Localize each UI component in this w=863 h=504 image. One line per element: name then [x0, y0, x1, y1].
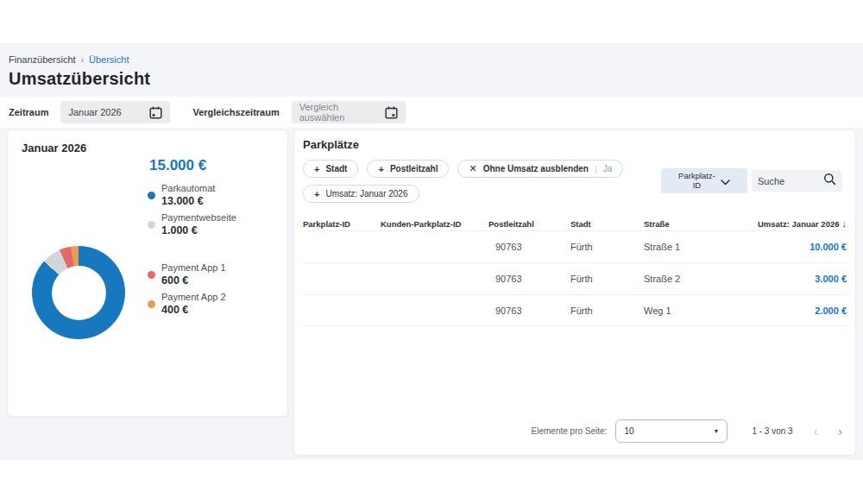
zeitraum-label: Zeitraum	[9, 107, 48, 117]
chip-label: Postleitzahl	[390, 164, 438, 173]
legend-label: Parkautomat	[161, 182, 236, 194]
table-controls: Parkplatz- ID	[661, 168, 842, 193]
dropdown-label-line2: ID	[678, 181, 715, 191]
cell-strasse: Straße 1	[644, 242, 717, 252]
legend-item-parkautomat: Parkautomat 13.000 €	[148, 182, 236, 208]
chip-add-stadt[interactable]: + Stadt	[303, 160, 358, 178]
legend-dot-icon	[148, 271, 155, 279]
chip-label: Umsatz: Januar 2026	[325, 189, 407, 198]
legend-dot-icon	[148, 300, 155, 308]
search-input[interactable]	[758, 176, 820, 186]
previous-page-icon[interactable]: ‹	[814, 425, 818, 438]
parkplaetze-table: Parkplatz-ID Kunden-Parkplatz-ID Postlei…	[303, 217, 847, 326]
cell-strasse: Straße 2	[644, 274, 717, 284]
cell-postleitzahl: 90763	[488, 306, 570, 316]
legend-label: Paymentwebseite	[161, 211, 236, 224]
table-row[interactable]: 90763 Fürth Weg 1 2.000 €	[303, 294, 847, 326]
plus-icon: +	[314, 189, 319, 199]
table-row[interactable]: 90763 Fürth Straße 2 3.000 €	[303, 262, 847, 294]
vergleichszeitraum-label: Vergleichszeitraum	[192, 107, 279, 117]
parkplaetze-title: Parkplätze	[303, 138, 359, 151]
chip-label: Ohne Umsatz ausblenden	[483, 164, 589, 173]
table-row[interactable]: 90763 Fürth Straße 1 10.000 €	[303, 230, 847, 262]
cell-strasse: Weg 1	[644, 306, 717, 316]
plus-icon: +	[378, 164, 383, 174]
plus-icon: +	[314, 164, 319, 174]
page-title: Umsatzübersicht	[9, 69, 854, 89]
sort-desc-icon[interactable]: ↓	[842, 218, 847, 229]
cell-stadt: Fürth	[570, 306, 644, 316]
legend-value: 600 €	[161, 274, 236, 287]
breadcrumb-finanzuebersicht[interactable]: Finanzübersicht	[9, 54, 76, 65]
chip-divider: |	[595, 164, 597, 174]
legend-item-paymentwebseite: Paymentwebseite 1.000 €	[148, 211, 236, 237]
caret-down-icon: ▼	[713, 428, 719, 434]
content-area: Finanzübersicht › Übersicht Umsatzübersi…	[0, 43, 863, 460]
cell-stadt: Fürth	[570, 274, 644, 284]
filter-chips: + Stadt + Postleitzahl ✕ Ohne Umsatz aus…	[303, 160, 665, 203]
close-icon: ✕	[469, 163, 476, 174]
vergleichszeitraum-date-picker[interactable]: Vergleich auswählen	[292, 101, 406, 123]
chip-add-umsatz-zeitraum[interactable]: + Umsatz: Januar 2026	[303, 185, 419, 203]
page-header: Finanzübersicht › Übersicht Umsatzübersi…	[0, 43, 863, 89]
col-header-parkplatz-id[interactable]: Parkplatz-ID	[303, 219, 381, 229]
chip-label: Stadt	[325, 164, 347, 173]
col-header-postleitzahl[interactable]: Postleitzahl	[488, 219, 570, 229]
chip-ohne-umsatz-ausblenden[interactable]: ✕ Ohne Umsatz ausblenden | Ja	[457, 160, 623, 178]
legend-label: Payment App 2	[161, 291, 236, 303]
page-size-value: 10	[624, 426, 633, 436]
cell-postleitzahl: 90763	[488, 242, 570, 252]
dropdown-label-line1: Parkplatz-	[678, 172, 715, 181]
chevron-down-icon	[721, 173, 730, 189]
search-icon	[823, 173, 836, 189]
chip-state-value: Ja	[603, 164, 613, 173]
breadcrumb: Finanzübersicht › Übersicht	[9, 54, 854, 65]
chart-legend: Parkautomat 13.000 € Paymentwebseite 1.0…	[148, 182, 236, 320]
cell-umsatz: 3.000 €	[717, 274, 847, 284]
calendar-icon	[385, 106, 398, 119]
page-size-select[interactable]: 10 ▼	[615, 419, 728, 443]
next-page-icon[interactable]: ›	[838, 425, 842, 438]
donut-hole	[52, 266, 106, 320]
legend-item-payment-app-2: Payment App 2 400 €	[148, 291, 236, 317]
legend-value: 1.000 €	[161, 224, 236, 237]
zeitraum-date-picker[interactable]: Januar 2026	[60, 101, 170, 123]
legend-item-payment-app-1: Payment App 1 600 €	[148, 261, 236, 287]
legend-dot-icon	[148, 221, 155, 229]
cell-umsatz: 10.000 €	[717, 242, 847, 252]
table-header-row: Parkplatz-ID Kunden-Parkplatz-ID Postlei…	[303, 217, 847, 230]
cell-stadt: Fürth	[570, 242, 644, 252]
parkplaetze-card: Parkplätze + Stadt + Postleitzahl ✕ Ohne…	[293, 129, 856, 456]
chip-add-postleitzahl[interactable]: + Postleitzahl	[367, 160, 449, 178]
col-header-stadt[interactable]: Stadt	[570, 219, 644, 229]
col-header-umsatz[interactable]: Umsatz: Januar 2026 ↓	[717, 218, 847, 229]
parkplatz-id-dropdown[interactable]: Parkplatz- ID	[661, 168, 747, 193]
revenue-summary-card: Januar 2026 15.000 € Parkautomat 13.000 …	[7, 129, 288, 417]
col-header-strasse[interactable]: Straße	[644, 219, 717, 229]
summary-total-value: 15.000 €	[149, 157, 206, 174]
col-header-kunden-parkplatz-id[interactable]: Kunden-Parkplatz-ID	[381, 219, 488, 229]
legend-label: Payment App 1	[161, 261, 236, 274]
donut-chart[interactable]	[32, 246, 125, 339]
page-size-label: Elemente pro Seite:	[532, 426, 608, 436]
cell-umsatz: 2.000 €	[717, 306, 847, 316]
zeitraum-value: Januar 2026	[68, 107, 121, 117]
pagination-range: 1 - 3 von 3	[752, 426, 792, 436]
vergleich-placeholder: Vergleich auswählen	[299, 102, 378, 123]
legend-value: 400 €	[161, 303, 236, 317]
pagination: Elemente pro Seite: 10 ▼ 1 - 3 von 3 ‹ ›	[532, 419, 842, 443]
filter-bar: Zeitraum Januar 2026 Vergleichszeitraum …	[0, 97, 863, 128]
summary-period-title: Januar 2026	[22, 142, 86, 154]
legend-value: 13.000 €	[161, 194, 236, 208]
breadcrumb-separator-icon: ›	[81, 55, 84, 65]
breadcrumb-uebersicht[interactable]: Übersicht	[89, 54, 129, 65]
cell-postleitzahl: 90763	[488, 274, 570, 284]
calendar-icon	[149, 106, 162, 119]
search-box	[752, 170, 842, 192]
legend-dot-icon	[148, 192, 155, 199]
